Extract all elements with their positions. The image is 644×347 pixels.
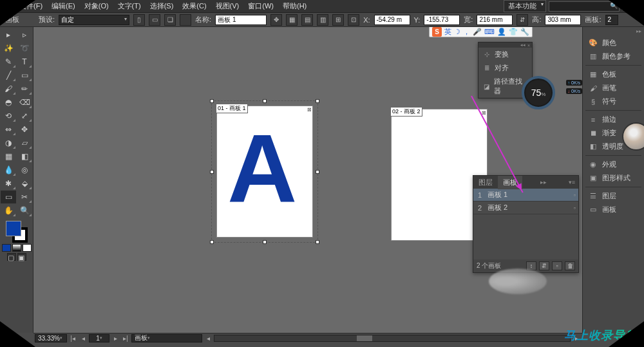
nav-next-icon[interactable]: ▸: [111, 335, 120, 342]
hand-tool-icon[interactable]: ✋: [1, 204, 16, 217]
lasso-tool-icon[interactable]: ➰: [17, 42, 32, 55]
gradient-tool-icon[interactable]: ◧: [17, 150, 32, 163]
menu-view[interactable]: 视图(V): [212, 0, 243, 12]
preset-select[interactable]: 自定: [59, 15, 129, 25]
zoom-select[interactable]: 33.33%: [35, 334, 67, 342]
panel-close-icon[interactable]: ×: [527, 43, 530, 48]
perspective-tool-icon[interactable]: ▱: [17, 136, 32, 149]
horizontal-scrollbar[interactable]: [214, 335, 571, 342]
none-mode-icon[interactable]: [23, 244, 32, 252]
dock-symbols[interactable]: §符号: [583, 95, 644, 108]
pen-tool-icon[interactable]: ✎: [1, 55, 16, 68]
workspace-selector[interactable]: 基本功能: [504, 0, 546, 12]
fill-stroke-swatches[interactable]: [6, 221, 28, 243]
ime-settings-icon[interactable]: 🔧: [520, 28, 529, 36]
page-select[interactable]: 1: [89, 334, 109, 342]
menu-edit[interactable]: 编辑(E): [48, 0, 79, 12]
new-artboard-icon[interactable]: ❏: [164, 14, 176, 26]
ime-keyboard-icon[interactable]: ⌨: [484, 28, 495, 36]
nav-first-icon[interactable]: |◂: [68, 335, 77, 342]
artboard-list-row-2[interactable]: 2 画板 2 ▫: [473, 202, 578, 214]
gradient-mode-icon[interactable]: [12, 244, 21, 252]
magic-wand-tool-icon[interactable]: ✨: [1, 42, 16, 55]
link-wh-icon[interactable]: ⇵: [516, 14, 528, 26]
nav-last-icon[interactable]: ▸|: [121, 335, 130, 342]
mesh-tool-icon[interactable]: ▦: [1, 150, 16, 163]
reference-point-icon[interactable]: ⊡: [348, 14, 359, 26]
free-transform-tool-icon[interactable]: ✥: [17, 123, 32, 136]
transform-panel-item[interactable]: ⊹变换: [478, 48, 532, 61]
rotate-tool-icon[interactable]: ⟲: [1, 109, 16, 122]
dock-color-guide[interactable]: ▥颜色参考: [583, 50, 644, 63]
new-artboard-button-icon[interactable]: ▫: [552, 261, 562, 270]
width-tool-icon[interactable]: ⇔: [1, 123, 16, 136]
color-mode-icon[interactable]: [2, 244, 11, 252]
screen-mode-normal-icon[interactable]: ▢: [7, 253, 16, 261]
grid-option3-icon[interactable]: ▥: [317, 14, 328, 26]
align-panel-item[interactable]: ≣对齐: [478, 61, 532, 75]
ime-person-icon[interactable]: 👤: [497, 28, 506, 36]
artboards-panel[interactable]: 图层 画板 ▸▸ ▾≡ 1 画板 1 ▫ 2 画板 2 ▫ 2 个画板: [473, 175, 579, 273]
handle-bottom-right[interactable]: [316, 240, 319, 244]
dock-collapse-icon[interactable]: ▸▸: [583, 28, 644, 36]
y-input[interactable]: -155.73: [424, 15, 460, 25]
menu-effect[interactable]: 效果(C): [178, 0, 210, 12]
orientation-landscape-icon[interactable]: ▭: [149, 14, 160, 26]
shape-builder-tool-icon[interactable]: ◑: [1, 136, 16, 149]
direct-selection-tool-icon[interactable]: ▹: [17, 28, 32, 41]
scrollbar-thumb[interactable]: [357, 335, 372, 341]
ime-toolbar[interactable]: S 英 ☽ ， 🎤 ⌨ 👤 👕 🔧: [429, 27, 533, 37]
move-down-icon[interactable]: ⇵: [539, 261, 549, 270]
dock-artboards[interactable]: ▭画板: [583, 203, 644, 216]
scroll-left-icon[interactable]: ◂: [204, 335, 213, 342]
height-input[interactable]: 303 mm: [545, 15, 581, 25]
rectangle-tool-icon[interactable]: ▭: [17, 69, 32, 82]
artboard-list-row-1[interactable]: 1 画板 1 ▫: [473, 189, 578, 202]
dock-brushes[interactable]: 🖌画笔: [583, 81, 644, 95]
panel-menu-icon[interactable]: ▾≡: [565, 179, 578, 185]
symbol-sprayer-tool-icon[interactable]: ✱: [1, 177, 16, 190]
artboard-1[interactable]: 01 - 画板 1 ⊠ A: [217, 106, 312, 237]
blob-brush-tool-icon[interactable]: ◓: [1, 96, 16, 109]
menu-object[interactable]: 对象(O): [80, 0, 113, 12]
slice-tool-icon[interactable]: ✂: [17, 191, 32, 203]
orientation-portrait-icon[interactable]: ▯: [133, 14, 145, 26]
handle-bottom-left[interactable]: [210, 240, 214, 244]
status-tool-select[interactable]: 画板: [131, 334, 202, 342]
grid-option2-icon[interactable]: ▤: [301, 14, 313, 26]
blend-tool-icon[interactable]: ◎: [17, 164, 32, 176]
screen-mode-full-icon[interactable]: ▣: [17, 253, 26, 261]
zoom-tool-icon[interactable]: 🔍: [17, 204, 32, 217]
menu-select[interactable]: 选择(S): [146, 0, 178, 12]
x-input[interactable]: -54.29 m: [374, 15, 410, 25]
handle-middle-right[interactable]: [316, 170, 319, 174]
type-tool-icon[interactable]: T: [17, 55, 32, 68]
canvas[interactable]: AB.ai* @ 33.33% (CMYK/预览) × S 英 ☽ ， 🎤 ⌨ …: [33, 27, 582, 333]
dock-layers[interactable]: ☰图层: [583, 189, 644, 203]
ime-moon-icon[interactable]: ☽: [454, 28, 460, 36]
menu-type[interactable]: 文字(T): [114, 0, 145, 12]
handle-top-center[interactable]: [263, 99, 267, 103]
line-tool-icon[interactable]: ╱: [1, 69, 16, 82]
artboard-name-input[interactable]: 画板 1: [215, 15, 267, 25]
panel-collapse-icon[interactable]: ◂◂: [520, 42, 526, 48]
brush-tool-icon[interactable]: 🖌: [1, 82, 16, 95]
graph-tool-icon[interactable]: ⬙: [17, 177, 32, 190]
ime-skin-icon[interactable]: 👕: [509, 28, 518, 36]
delete-artboard-button-icon[interactable]: 🗑: [565, 261, 575, 270]
grid-option4-icon[interactable]: ⊞: [332, 14, 344, 26]
artboard-1-close-icon[interactable]: ⊠: [306, 106, 312, 113]
menu-help[interactable]: 帮助(H): [279, 0, 310, 12]
dock-swatches[interactable]: ▦色板: [583, 68, 644, 81]
artboard-options-icon[interactable]: ▫: [574, 192, 576, 198]
artboard-tool-icon[interactable]: ▭: [1, 191, 16, 203]
ime-mic-icon[interactable]: 🎤: [473, 28, 482, 36]
ime-comma-icon[interactable]: ，: [463, 27, 470, 37]
eyedropper-tool-icon[interactable]: 💧: [1, 164, 16, 176]
handle-top-right[interactable]: [316, 99, 319, 103]
delete-artboard-icon[interactable]: [180, 14, 191, 26]
pencil-tool-icon[interactable]: ✏: [17, 82, 32, 95]
fill-swatch[interactable]: [6, 221, 21, 236]
eraser-tool-icon[interactable]: ⌫: [17, 96, 32, 109]
nav-prev-icon[interactable]: ◂: [79, 335, 88, 342]
